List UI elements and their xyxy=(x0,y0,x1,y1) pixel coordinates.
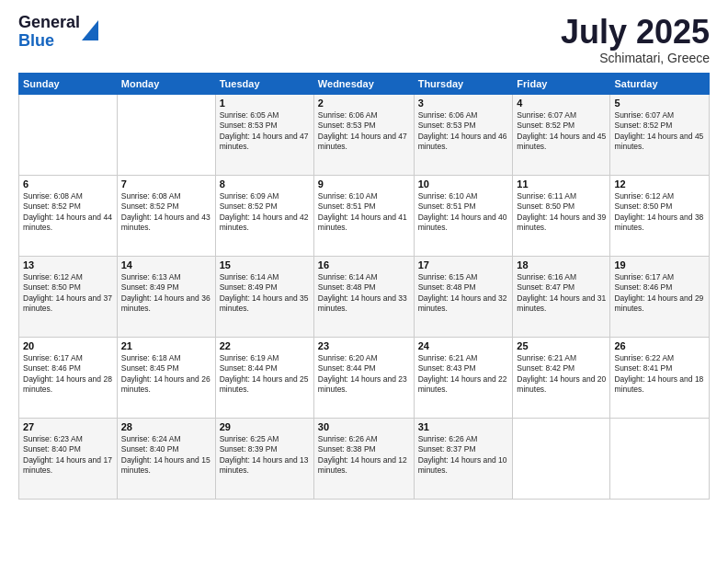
table-row: 26Sunrise: 6:22 AMSunset: 8:41 PMDayligh… xyxy=(610,337,710,418)
day-number: 19 xyxy=(614,259,705,270)
table-row: 1Sunrise: 6:05 AMSunset: 8:53 PMDaylight… xyxy=(215,94,313,175)
day-number: 22 xyxy=(220,340,310,351)
day-info: Sunrise: 6:25 AMSunset: 8:39 PMDaylight:… xyxy=(220,434,310,477)
location: Schimatari, Greece xyxy=(561,51,710,65)
day-info: Sunrise: 6:24 AMSunset: 8:40 PMDaylight:… xyxy=(121,434,211,477)
day-info: Sunrise: 6:14 AMSunset: 8:48 PMDaylight:… xyxy=(318,272,410,315)
day-number: 29 xyxy=(220,421,310,432)
table-row: 31Sunrise: 6:26 AMSunset: 8:37 PMDayligh… xyxy=(414,418,513,499)
day-info: Sunrise: 6:26 AMSunset: 8:37 PMDaylight:… xyxy=(418,434,509,477)
day-number: 26 xyxy=(614,340,705,351)
header-monday: Monday xyxy=(117,73,215,94)
day-info: Sunrise: 6:23 AMSunset: 8:40 PMDaylight:… xyxy=(23,434,113,477)
day-number: 10 xyxy=(418,178,509,190)
month-title: July 2025 xyxy=(561,14,710,51)
header-thursday: Thursday xyxy=(414,73,513,94)
day-info: Sunrise: 6:12 AMSunset: 8:50 PMDaylight:… xyxy=(614,191,705,234)
table-row: 4Sunrise: 6:07 AMSunset: 8:52 PMDaylight… xyxy=(513,94,610,175)
day-number: 3 xyxy=(418,98,509,109)
calendar-week-4: 20Sunrise: 6:17 AMSunset: 8:46 PMDayligh… xyxy=(19,337,710,418)
day-info: Sunrise: 6:26 AMSunset: 8:38 PMDaylight:… xyxy=(318,434,410,477)
table-row xyxy=(117,94,215,175)
day-info: Sunrise: 6:21 AMSunset: 8:42 PMDaylight:… xyxy=(517,353,606,396)
table-row: 16Sunrise: 6:14 AMSunset: 8:48 PMDayligh… xyxy=(313,256,414,337)
table-row: 11Sunrise: 6:11 AMSunset: 8:50 PMDayligh… xyxy=(513,175,610,256)
table-row: 30Sunrise: 6:26 AMSunset: 8:38 PMDayligh… xyxy=(313,418,414,499)
day-number: 4 xyxy=(517,98,606,109)
day-info: Sunrise: 6:21 AMSunset: 8:43 PMDaylight:… xyxy=(418,353,509,396)
header-saturday: Saturday xyxy=(610,73,710,94)
day-info: Sunrise: 6:08 AMSunset: 8:52 PMDaylight:… xyxy=(121,191,211,234)
day-number: 14 xyxy=(121,259,211,270)
day-number: 31 xyxy=(418,421,509,432)
day-info: Sunrise: 6:09 AMSunset: 8:52 PMDaylight:… xyxy=(220,191,310,234)
day-number: 5 xyxy=(614,98,705,109)
day-number: 30 xyxy=(318,421,410,432)
header-wednesday: Wednesday xyxy=(313,73,414,94)
table-row: 20Sunrise: 6:17 AMSunset: 8:46 PMDayligh… xyxy=(19,337,118,418)
day-number: 24 xyxy=(418,340,509,351)
table-row xyxy=(513,418,610,499)
calendar-week-1: 1Sunrise: 6:05 AMSunset: 8:53 PMDaylight… xyxy=(19,94,710,175)
day-info: Sunrise: 6:19 AMSunset: 8:44 PMDaylight:… xyxy=(220,353,310,396)
table-row: 2Sunrise: 6:06 AMSunset: 8:53 PMDaylight… xyxy=(313,94,414,175)
day-info: Sunrise: 6:12 AMSunset: 8:50 PMDaylight:… xyxy=(23,272,113,315)
logo: General Blue xyxy=(18,14,98,51)
table-row: 9Sunrise: 6:10 AMSunset: 8:51 PMDaylight… xyxy=(313,175,414,256)
calendar: Sunday Monday Tuesday Wednesday Thursday… xyxy=(18,73,710,500)
header-friday: Friday xyxy=(513,73,610,94)
day-info: Sunrise: 6:15 AMSunset: 8:48 PMDaylight:… xyxy=(418,272,509,315)
calendar-week-5: 27Sunrise: 6:23 AMSunset: 8:40 PMDayligh… xyxy=(19,418,710,499)
day-number: 7 xyxy=(121,178,211,190)
day-number: 9 xyxy=(318,178,410,190)
table-row: 15Sunrise: 6:14 AMSunset: 8:49 PMDayligh… xyxy=(215,256,313,337)
day-number: 18 xyxy=(517,259,606,270)
day-number: 12 xyxy=(614,178,705,190)
day-info: Sunrise: 6:07 AMSunset: 8:52 PMDaylight:… xyxy=(517,110,606,153)
table-row: 22Sunrise: 6:19 AMSunset: 8:44 PMDayligh… xyxy=(215,337,313,418)
logo-icon xyxy=(82,20,98,40)
table-row: 23Sunrise: 6:20 AMSunset: 8:44 PMDayligh… xyxy=(313,337,414,418)
day-number: 8 xyxy=(220,178,310,190)
day-info: Sunrise: 6:16 AMSunset: 8:47 PMDaylight:… xyxy=(517,272,606,315)
day-number: 11 xyxy=(517,178,606,190)
day-info: Sunrise: 6:06 AMSunset: 8:53 PMDaylight:… xyxy=(318,110,410,153)
day-number: 13 xyxy=(23,259,113,270)
svg-marker-0 xyxy=(82,20,98,40)
day-number: 1 xyxy=(220,98,310,109)
page: General Blue July 2025 Schimatari, Greec… xyxy=(0,0,728,563)
table-row: 7Sunrise: 6:08 AMSunset: 8:52 PMDaylight… xyxy=(117,175,215,256)
calendar-header-row: Sunday Monday Tuesday Wednesday Thursday… xyxy=(19,73,710,94)
day-info: Sunrise: 6:11 AMSunset: 8:50 PMDaylight:… xyxy=(517,191,606,234)
table-row: 5Sunrise: 6:07 AMSunset: 8:52 PMDaylight… xyxy=(610,94,710,175)
day-info: Sunrise: 6:08 AMSunset: 8:52 PMDaylight:… xyxy=(23,191,113,234)
day-info: Sunrise: 6:20 AMSunset: 8:44 PMDaylight:… xyxy=(318,353,410,396)
table-row: 10Sunrise: 6:10 AMSunset: 8:51 PMDayligh… xyxy=(414,175,513,256)
day-number: 25 xyxy=(517,340,606,351)
table-row: 24Sunrise: 6:21 AMSunset: 8:43 PMDayligh… xyxy=(414,337,513,418)
title-block: July 2025 Schimatari, Greece xyxy=(561,14,710,65)
table-row: 19Sunrise: 6:17 AMSunset: 8:46 PMDayligh… xyxy=(610,256,710,337)
logo-general: General xyxy=(18,14,80,32)
table-row: 21Sunrise: 6:18 AMSunset: 8:45 PMDayligh… xyxy=(117,337,215,418)
header-sunday: Sunday xyxy=(19,73,118,94)
header: General Blue July 2025 Schimatari, Greec… xyxy=(18,14,710,65)
day-number: 2 xyxy=(318,98,410,109)
day-info: Sunrise: 6:07 AMSunset: 8:52 PMDaylight:… xyxy=(614,110,705,153)
table-row: 29Sunrise: 6:25 AMSunset: 8:39 PMDayligh… xyxy=(215,418,313,499)
day-number: 17 xyxy=(418,259,509,270)
day-number: 27 xyxy=(23,421,113,432)
day-info: Sunrise: 6:06 AMSunset: 8:53 PMDaylight:… xyxy=(418,110,509,153)
table-row: 18Sunrise: 6:16 AMSunset: 8:47 PMDayligh… xyxy=(513,256,610,337)
day-number: 16 xyxy=(318,259,410,270)
table-row xyxy=(19,94,118,175)
calendar-week-2: 6Sunrise: 6:08 AMSunset: 8:52 PMDaylight… xyxy=(19,175,710,256)
table-row: 13Sunrise: 6:12 AMSunset: 8:50 PMDayligh… xyxy=(19,256,118,337)
header-tuesday: Tuesday xyxy=(215,73,313,94)
table-row: 8Sunrise: 6:09 AMSunset: 8:52 PMDaylight… xyxy=(215,175,313,256)
table-row: 25Sunrise: 6:21 AMSunset: 8:42 PMDayligh… xyxy=(513,337,610,418)
day-info: Sunrise: 6:10 AMSunset: 8:51 PMDaylight:… xyxy=(418,191,509,234)
day-info: Sunrise: 6:10 AMSunset: 8:51 PMDaylight:… xyxy=(318,191,410,234)
day-number: 20 xyxy=(23,340,113,351)
day-number: 23 xyxy=(318,340,410,351)
